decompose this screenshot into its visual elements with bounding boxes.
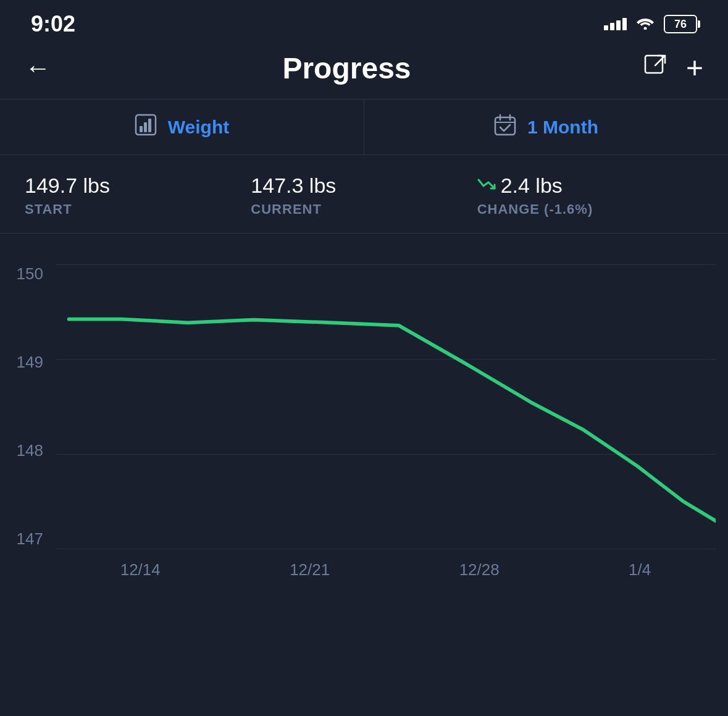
svg-rect-1 xyxy=(645,56,663,73)
change-value: 2.4 lbs xyxy=(501,174,563,198)
chart-plot xyxy=(56,264,716,549)
period-tab-label: 1 Month xyxy=(527,117,598,138)
x-label-14: 1/4 xyxy=(629,560,651,579)
x-axis: 12/14 12/21 12/28 1/4 xyxy=(56,560,716,579)
current-label: CURRENT xyxy=(251,201,477,217)
y-label-150: 150 xyxy=(17,264,43,284)
wifi-icon xyxy=(635,15,655,33)
status-time: 9:02 xyxy=(31,11,75,37)
svg-rect-5 xyxy=(148,119,151,132)
grid-line-147 xyxy=(56,549,716,549)
signal-icon xyxy=(604,18,627,30)
tab-weight[interactable]: Weight xyxy=(0,99,364,154)
svg-rect-4 xyxy=(144,122,147,132)
y-label-147: 147 xyxy=(17,529,43,549)
stats-bar: 149.7 lbs START 147.3 lbs CURRENT 2.4 lb… xyxy=(0,155,728,234)
nav-actions: + xyxy=(643,53,703,83)
svg-rect-3 xyxy=(140,126,143,132)
battery-level: 76 xyxy=(674,18,687,31)
chart-area: 150 149 148 147 12/14 12/21 12/28 xyxy=(0,234,728,592)
tab-bar: Weight 1 Month xyxy=(0,99,728,155)
y-label-148: 148 xyxy=(17,441,43,460)
export-button[interactable] xyxy=(643,53,667,83)
svg-rect-6 xyxy=(495,117,515,135)
start-value: 149.7 lbs xyxy=(25,174,251,198)
start-stat: 149.7 lbs START xyxy=(25,174,251,217)
battery-icon: 76 xyxy=(664,15,697,33)
y-label-149: 149 xyxy=(17,353,43,372)
change-label: CHANGE (-1.6%) xyxy=(477,201,703,217)
change-arrow-icon xyxy=(477,176,496,195)
start-label: START xyxy=(25,201,251,217)
weight-tab-label: Weight xyxy=(168,117,229,138)
chart-line xyxy=(56,264,716,549)
current-value: 147.3 lbs xyxy=(251,174,477,198)
current-stat: 147.3 lbs CURRENT xyxy=(251,174,477,217)
svg-point-0 xyxy=(644,27,647,30)
x-label-1221: 12/21 xyxy=(290,560,330,579)
status-icons: 76 xyxy=(604,15,697,33)
add-button[interactable]: + xyxy=(686,53,703,83)
chart-icon xyxy=(135,114,157,140)
status-bar: 9:02 76 xyxy=(0,0,728,43)
page-title: Progress xyxy=(282,51,411,85)
tab-period[interactable]: 1 Month xyxy=(364,99,728,154)
chart-inner: 150 149 148 147 12/14 12/21 12/28 xyxy=(0,246,728,592)
x-label-1214: 12/14 xyxy=(120,560,161,579)
nav-bar: ← Progress + xyxy=(0,43,728,99)
change-row: 2.4 lbs xyxy=(477,174,703,198)
y-axis: 150 149 148 147 xyxy=(0,264,56,549)
x-label-1228: 12/28 xyxy=(459,560,500,579)
change-stat: 2.4 lbs CHANGE (-1.6%) xyxy=(477,174,703,217)
calendar-icon xyxy=(494,114,516,140)
back-button[interactable]: ← xyxy=(25,53,51,83)
